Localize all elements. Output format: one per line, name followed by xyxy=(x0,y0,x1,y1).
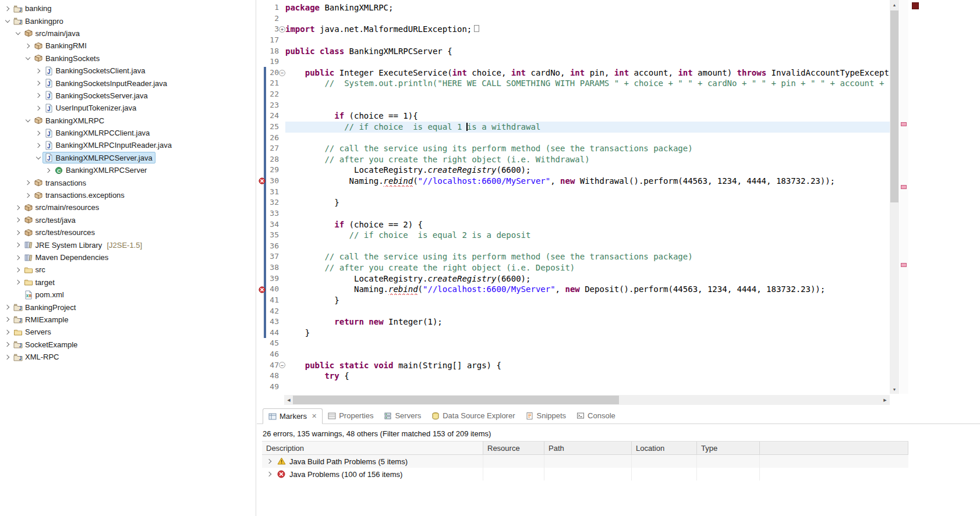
editor-line-36[interactable]: 36 xyxy=(257,241,890,252)
error-marker-icon[interactable] xyxy=(259,177,266,184)
code-text[interactable]: Naming.rebind("//localhost:6600/MyServer… xyxy=(285,176,890,187)
chevron-right-icon[interactable] xyxy=(34,91,43,99)
editor-line-3[interactable]: 3+import java.net.MalformedURLException; xyxy=(257,24,890,35)
code-text[interactable]: LocateRegistry.createRegistry(6600); xyxy=(285,165,890,176)
tree-item-userinputtokenizer-java[interactable]: JUserInputTokenizer.java xyxy=(0,102,256,114)
tree-item-socketexample[interactable]: JSocketExample xyxy=(0,339,256,351)
chevron-right-icon[interactable] xyxy=(44,166,52,175)
editor-line-26[interactable]: 26 xyxy=(257,133,890,144)
editor-line-28[interactable]: 28 // after you create the right object … xyxy=(257,154,890,165)
editor-line-25[interactable]: 25 // if choice is equal 1 is a withdraw… xyxy=(257,122,890,133)
code-text[interactable] xyxy=(285,56,890,67)
tree-item-transactions[interactable]: transactions xyxy=(0,176,256,188)
code-text[interactable]: // after you create the right object (i.… xyxy=(285,262,890,273)
code-text[interactable] xyxy=(285,35,890,46)
code-text[interactable]: public Integer ExecuteService(int choice… xyxy=(285,67,890,79)
editor-line-21[interactable]: 21 // System.out.println("HERE WE CALL S… xyxy=(257,78,890,89)
tree-item-bankingxmlrpc[interactable]: BankingXMLRPC xyxy=(0,115,256,127)
code-text[interactable]: } xyxy=(285,295,890,306)
tree-item-bankingsocketsclient-java[interactable]: JBankingSocketsClient.java xyxy=(0,65,256,77)
tree-item-src[interactable]: src xyxy=(0,264,256,276)
chevron-right-icon[interactable] xyxy=(14,266,22,274)
collapsed-code-icon[interactable] xyxy=(474,25,479,32)
overview-error-indicator[interactable] xyxy=(912,2,919,9)
tree-item-bankingpro[interactable]: JBankingpro xyxy=(0,15,256,27)
column-header-type[interactable]: Type xyxy=(697,442,760,454)
editor-line-50[interactable]: 50 System.out.println("Attempting to sta… xyxy=(257,393,890,395)
code-text[interactable]: } xyxy=(285,328,890,339)
editor-line-33[interactable]: 33 xyxy=(257,208,890,219)
column-header-description[interactable]: Description xyxy=(262,442,483,454)
editor-line-38[interactable]: 38 // after you create the right object … xyxy=(257,262,890,273)
tree-item-bankingxmlrpcclient-java[interactable]: JBankingXMLRPCClient.java xyxy=(0,127,256,139)
tree-item-bankingsocketsserver-java[interactable]: JBankingSocketsServer.java xyxy=(0,90,256,102)
code-text[interactable] xyxy=(285,133,890,144)
scroll-up-arrow-icon[interactable]: ▲ xyxy=(890,0,899,9)
code-text[interactable]: try { xyxy=(285,371,890,382)
column-header-location[interactable]: Location xyxy=(632,442,697,454)
code-text[interactable] xyxy=(285,89,890,100)
code-text[interactable] xyxy=(285,241,890,252)
chevron-right-icon[interactable] xyxy=(34,129,43,137)
chevron-right-icon[interactable] xyxy=(14,254,22,262)
editor-line-42[interactable]: 42 xyxy=(257,306,890,317)
error-marker-icon[interactable] xyxy=(259,286,266,293)
code-text[interactable] xyxy=(285,13,890,24)
chevron-right-icon[interactable] xyxy=(266,470,274,478)
chevron-right-icon[interactable] xyxy=(14,278,22,286)
chevron-right-icon[interactable] xyxy=(24,191,32,200)
editor-lines[interactable]: 1package BankingXMLRPC;23+import java.ne… xyxy=(257,2,890,394)
tree-item-bankingsocketsinputreader-java[interactable]: JBankingSocketsInputReader.java xyxy=(0,77,256,89)
code-text[interactable]: if (choice == 1){ xyxy=(285,111,890,122)
scroll-right-arrow-icon[interactable]: ▶ xyxy=(880,395,890,405)
chevron-right-icon[interactable] xyxy=(34,141,43,150)
code-text[interactable]: // System.out.println("HERE WE CALL SOME… xyxy=(285,78,890,89)
code-text[interactable]: Naming.rebind("//localhost:6600/MyServer… xyxy=(285,284,890,295)
chevron-right-icon[interactable] xyxy=(34,67,43,75)
code-text[interactable]: // if choice is equal 2 is a deposit xyxy=(285,230,890,241)
tree-item-banking[interactable]: Jbanking xyxy=(0,2,256,15)
editor-line-22[interactable]: 22 xyxy=(257,89,890,100)
chevron-down-icon[interactable] xyxy=(24,54,32,62)
chevron-right-icon[interactable] xyxy=(14,241,22,249)
editor-line-20[interactable]: 20− public Integer ExecuteService(int ch… xyxy=(257,67,890,79)
code-text[interactable]: public static void main(String[] args) { xyxy=(285,360,890,371)
editor-line-48[interactable]: 48 try { xyxy=(257,371,890,382)
chevron-right-icon[interactable] xyxy=(3,315,12,323)
chevron-down-icon[interactable] xyxy=(34,154,43,162)
code-text[interactable]: LocateRegistry.createRegistry(6600); xyxy=(285,273,890,284)
code-text[interactable]: public class BankingXMLRPCServer { xyxy=(285,46,890,57)
tree-item-xml-rpc[interactable]: JXML-RPC xyxy=(0,351,256,363)
horizontal-scroll-thumb[interactable] xyxy=(293,396,619,404)
editor-line-23[interactable]: 23 xyxy=(257,100,890,111)
chevron-right-icon[interactable] xyxy=(3,353,12,361)
editor-line-39[interactable]: 39 LocateRegistry.createRegistry(6600); xyxy=(257,273,890,284)
chevron-right-icon[interactable] xyxy=(24,42,32,50)
tab-servers[interactable]: Servers xyxy=(378,408,426,424)
code-text[interactable] xyxy=(285,187,890,198)
chevron-right-icon[interactable] xyxy=(24,179,32,187)
editor-line-27[interactable]: 27 // call the service using its perform… xyxy=(257,143,890,154)
code-text[interactable] xyxy=(285,208,890,219)
java-editor[interactable]: 1package BankingXMLRPC;23+import java.ne… xyxy=(257,0,980,407)
editor-line-37[interactable]: 37 // call the service using its perform… xyxy=(257,251,890,262)
tree-item-transactions-exceptions[interactable]: transactions.exceptions xyxy=(0,189,256,201)
tree-item-bankingxmlrpcserver[interactable]: CBankingXMLRPCServer xyxy=(0,164,256,176)
tree-item-bankingsockets[interactable]: BankingSockets xyxy=(0,52,256,65)
chevron-down-icon[interactable] xyxy=(24,116,32,124)
chevron-down-icon[interactable] xyxy=(14,29,22,37)
fold-plus-icon[interactable]: + xyxy=(279,24,285,35)
column-header-item[interactable] xyxy=(760,442,908,454)
tree-item-bankingxmlrpcserver-java[interactable]: JBankingXMLRPCServer.java xyxy=(0,152,256,164)
horizontal-scrollbar[interactable]: ◀ ▶ xyxy=(284,395,890,405)
chevron-right-icon[interactable] xyxy=(3,340,12,348)
tree-item-jre-system-library[interactable]: JRE System Library[J2SE-1.5] xyxy=(0,239,256,251)
editor-line-17[interactable]: 17 xyxy=(257,35,890,46)
code-text[interactable]: // call the service using its perform me… xyxy=(285,251,890,262)
editor-line-40[interactable]: 40 Naming.rebind("//localhost:6600/MySer… xyxy=(257,284,890,295)
fold-minus-icon[interactable]: − xyxy=(279,360,285,371)
code-text[interactable]: System.out.println("Attempting to start … xyxy=(285,393,890,395)
editor-line-31[interactable]: 31 xyxy=(257,187,890,198)
tree-item-bankingproject[interactable]: JBankingProject xyxy=(0,301,256,313)
tab-properties[interactable]: Properties xyxy=(323,408,378,424)
